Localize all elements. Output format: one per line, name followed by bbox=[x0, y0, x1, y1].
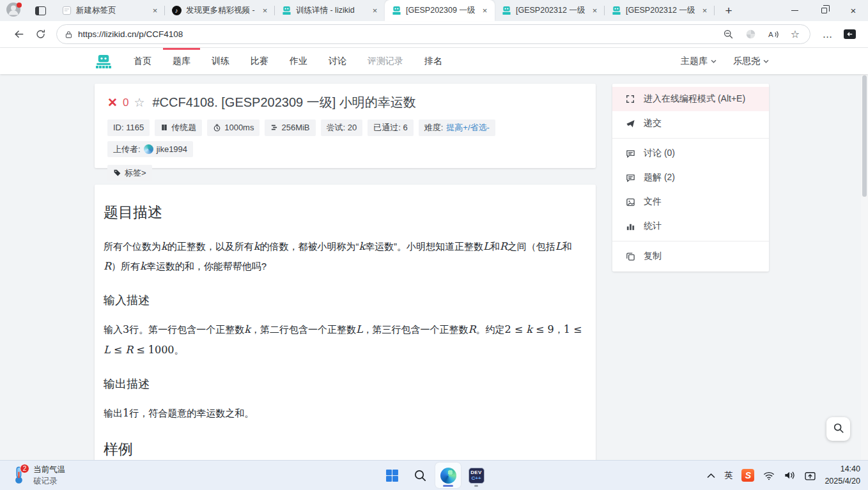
tab-close-icon[interactable]: × bbox=[369, 5, 380, 16]
chevron-down-icon bbox=[711, 59, 717, 63]
clock-date: 2025/4/20 bbox=[825, 475, 860, 487]
user-dropdown-label: 乐思尧 bbox=[733, 56, 760, 67]
refresh-button[interactable] bbox=[29, 24, 51, 45]
nav-item-home[interactable]: 首页 bbox=[134, 48, 151, 74]
tags-expander[interactable]: 标签> bbox=[107, 165, 152, 181]
nav-item-contests[interactable]: 比赛 bbox=[251, 48, 268, 74]
text-segment: k bbox=[161, 240, 167, 252]
tab-gesp202312-b[interactable]: [GESP202312 一级] 小 × bbox=[605, 0, 715, 21]
comment-icon bbox=[625, 173, 635, 183]
nav-item-training[interactable]: 训练 bbox=[212, 48, 229, 74]
volume-icon[interactable] bbox=[784, 470, 796, 480]
nav-item-problems[interactable]: 题库 bbox=[173, 48, 190, 74]
new-tab-page-icon bbox=[61, 6, 72, 16]
favorite-star-icon[interactable]: ☆ bbox=[791, 28, 800, 40]
text-segment: L bbox=[483, 240, 490, 252]
minimize-button[interactable] bbox=[780, 0, 809, 21]
sidebar-item-files[interactable]: 文件 bbox=[612, 190, 769, 214]
nav-item-homework[interactable]: 作业 bbox=[290, 48, 307, 74]
screen: 新建标签页 × ♪ 发现更多精彩视频 - 抖 × 训练详情 - lizikid … bbox=[0, 0, 868, 490]
search-icon bbox=[414, 469, 427, 482]
site-logo[interactable] bbox=[95, 54, 112, 68]
nav-item-records[interactable]: 评测记录 bbox=[368, 48, 403, 74]
hardware-eject-icon[interactable] bbox=[805, 471, 816, 480]
book-icon bbox=[160, 123, 168, 132]
tab-close-icon[interactable]: × bbox=[260, 5, 270, 16]
workspaces-button[interactable] bbox=[29, 1, 51, 20]
scrollbar-thumb[interactable] bbox=[862, 75, 867, 197]
taskbar-devcpp-button[interactable]: DEV C++ bbox=[463, 463, 489, 488]
image-file-icon bbox=[625, 197, 635, 207]
text-segment: 和 bbox=[490, 241, 500, 252]
close-button[interactable]: × bbox=[839, 0, 868, 21]
lizikid-favicon bbox=[611, 6, 621, 16]
tab-training-detail[interactable]: 训练详情 - lizikid × bbox=[275, 0, 385, 21]
text-segment: k bbox=[140, 260, 146, 272]
tab-close-icon[interactable]: × bbox=[479, 5, 490, 16]
text-segment: 。约定 bbox=[476, 324, 505, 335]
text-segment: 。 bbox=[174, 344, 184, 355]
workspaces-icon bbox=[35, 6, 46, 15]
wifi-icon[interactable] bbox=[763, 471, 775, 480]
zoom-out-icon[interactable] bbox=[723, 29, 734, 40]
tab-gesp202312-a[interactable]: [GESP202312 一级] 小 × bbox=[495, 0, 605, 21]
tray-chevron-up-icon[interactable] bbox=[707, 473, 715, 479]
problem-header-card: ✕ 0 ☆ #CCF4108. [GESP202309 一级] 小明的幸运数 I… bbox=[95, 84, 596, 168]
tab-close-icon[interactable]: × bbox=[150, 5, 160, 16]
taskbar-search-button[interactable] bbox=[407, 463, 433, 488]
sidebar-item-label: 题解 (2) bbox=[644, 172, 675, 183]
user-dropdown[interactable]: 乐思尧 bbox=[733, 56, 769, 67]
tab-gesp202309-active[interactable]: [GESP202309 一级] 小 × bbox=[385, 0, 495, 21]
taskbar-clock[interactable]: 14:40 2025/4/20 bbox=[825, 463, 863, 487]
weather-widget[interactable]: 2 当前气温 破记录 bbox=[6, 461, 70, 490]
back-button[interactable] bbox=[8, 24, 29, 45]
ime-language-indicator[interactable]: 英 bbox=[724, 470, 732, 481]
lizikid-favicon bbox=[281, 6, 291, 16]
tab-title: 发现更多精彩视频 - 抖 bbox=[186, 5, 255, 16]
sidebar-item-copy[interactable]: 复制 bbox=[612, 244, 769, 268]
nav-item-ranking[interactable]: 排名 bbox=[424, 48, 442, 74]
text-segment: ，第二行包含一个正整数 bbox=[251, 324, 356, 335]
start-button[interactable] bbox=[379, 463, 405, 488]
text-segment: ≤ 1000 bbox=[133, 344, 174, 356]
sogou-input-icon[interactable]: S bbox=[741, 469, 754, 482]
edge-sidebar-icon bbox=[844, 29, 856, 39]
uploader-name-link[interactable]: jike1994 bbox=[157, 144, 187, 155]
text-segment: L bbox=[356, 323, 363, 335]
browser-profile-button[interactable] bbox=[4, 1, 23, 20]
favorite-star-icon[interactable]: ☆ bbox=[134, 96, 144, 109]
tag-icon bbox=[113, 169, 121, 177]
read-aloud-icon[interactable]: A bbox=[768, 29, 779, 40]
logo-caption bbox=[96, 66, 111, 68]
tab-close-icon[interactable]: × bbox=[699, 5, 710, 16]
edge-sidebar-toggle-button[interactable] bbox=[839, 24, 860, 45]
address-bar-input[interactable] bbox=[73, 29, 723, 39]
weather-alert-badge: 2 bbox=[20, 464, 29, 473]
pinwheel-extension-icon[interactable] bbox=[745, 29, 756, 40]
sidebar-item-solutions[interactable]: 题解 (2) bbox=[612, 165, 769, 190]
text-segment: 行。第一行包含一个正整数 bbox=[129, 324, 244, 335]
clock-time: 14:40 bbox=[825, 463, 860, 475]
page-search-button[interactable] bbox=[826, 417, 850, 441]
difficulty-link[interactable]: 提高+/省选- bbox=[446, 123, 490, 133]
sidebar-item-online-ide[interactable]: 进入在线编程模式 (Alt+E) bbox=[612, 87, 769, 111]
input-paragraph: 输入3行。第一行包含一个正整数k，第二行包含一个正整数L，第三行包含一个正整数R… bbox=[104, 319, 587, 359]
address-bar[interactable]: A ☆ bbox=[56, 24, 810, 44]
uploader-avatar bbox=[144, 144, 153, 154]
sidebar-item-submit[interactable]: 递交 bbox=[612, 111, 769, 135]
tab-close-icon[interactable]: × bbox=[589, 5, 600, 16]
tab-title: [GESP202312 一级] 小 bbox=[516, 5, 585, 16]
sidebar-item-statistics[interactable]: 统计 bbox=[612, 214, 769, 238]
new-tab-button[interactable]: + bbox=[720, 2, 738, 20]
sidebar-item-discussion[interactable]: 讨论 (0) bbox=[612, 141, 769, 165]
nav-item-discussion[interactable]: 讨论 bbox=[329, 48, 346, 74]
text-segment: R bbox=[125, 344, 133, 356]
settings-more-button[interactable]: … bbox=[817, 24, 839, 45]
taskbar-edge-button[interactable] bbox=[435, 463, 461, 488]
domain-dropdown[interactable]: 主题库 bbox=[681, 56, 717, 67]
tab-douyin[interactable]: ♪ 发现更多精彩视频 - 抖 × bbox=[165, 0, 275, 21]
restore-button[interactable] bbox=[809, 0, 839, 21]
text-segment: k bbox=[254, 240, 260, 252]
tab-new-tab-page[interactable]: 新建标签页 × bbox=[55, 0, 165, 21]
window-controls: × bbox=[780, 0, 868, 21]
